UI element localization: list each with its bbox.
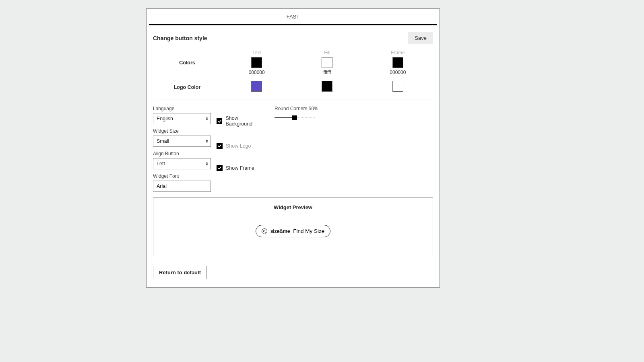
color-fill-swatch[interactable] [322, 57, 332, 68]
widget-cta-text: Find My Size [293, 228, 324, 234]
widget-preview-button[interactable]: size&me Find My Size [256, 225, 331, 237]
widget-preview-title: Widget Preview [153, 204, 433, 210]
color-fill-label: Fill [292, 50, 362, 56]
tab-fast[interactable]: FAST [147, 9, 440, 24]
logo-color-1-swatch[interactable] [251, 81, 262, 92]
color-frame-cell: Frame 000000 [363, 50, 433, 75]
logo-color-3-cell [363, 81, 433, 93]
page-title: Change button style [153, 35, 207, 41]
check-icon [217, 119, 222, 123]
language-value: English [157, 116, 173, 121]
header-row: Change button style Save [153, 32, 433, 44]
logo-color-2-cell [292, 81, 362, 93]
show-logo-row: Show Logo [217, 143, 265, 149]
round-corners-slider[interactable] [275, 115, 315, 121]
color-frame-label: Frame [363, 50, 433, 56]
panel-content: Change button style Save Colors Text 000… [147, 25, 440, 287]
show-background-label: Show Background [225, 115, 265, 127]
logo-color-2-swatch[interactable] [322, 81, 332, 92]
color-fill-cell: Fill ffffff [292, 50, 362, 75]
select-arrows-icon [205, 117, 208, 121]
font-field: Widget Font [153, 173, 211, 192]
controls-mid-col: Show Background Show Logo Show Frame [217, 106, 265, 171]
language-field: Language English [153, 106, 211, 124]
color-text-swatch[interactable] [251, 57, 262, 68]
logo-color-3-swatch[interactable] [392, 81, 403, 92]
controls-row: Language English Widget Size Small Align… [153, 106, 433, 192]
controls-left-col: Language English Widget Size Small Align… [153, 106, 211, 192]
slider-rest [295, 117, 315, 118]
settings-panel: FAST Change button style Save Colors Tex… [146, 8, 440, 288]
select-arrows-icon [205, 162, 208, 166]
check-icon [217, 166, 222, 170]
return-to-default-button[interactable]: Return to default [153, 266, 207, 279]
slider-fill [275, 117, 295, 118]
align-value: Left [157, 161, 165, 167]
color-text-cell: Text 000000 [221, 50, 292, 75]
color-frame-hex: 000000 [363, 70, 433, 75]
sizeandme-logo-icon [262, 228, 267, 234]
color-frame-swatch[interactable] [392, 57, 403, 68]
color-fill-hex: ffffff [292, 70, 362, 75]
widget-size-field: Widget Size Small [153, 128, 211, 147]
show-background-row: Show Background [217, 115, 265, 127]
show-frame-label: Show Frame [226, 165, 254, 171]
controls-right-col: Round Corners 50% [275, 106, 318, 121]
language-label: Language [153, 106, 211, 111]
show-logo-checkbox[interactable] [217, 143, 223, 149]
save-button[interactable]: Save [408, 32, 433, 44]
round-corners-label: Round Corners 50% [275, 106, 318, 111]
sizeandme-logo-text: size&me [270, 228, 290, 234]
widget-size-value: Small [157, 138, 169, 144]
align-field: Align Button Left [153, 151, 211, 169]
widget-preview-box: Widget Preview size&me Find My Size [153, 197, 433, 256]
show-frame-checkbox[interactable] [217, 165, 223, 171]
show-frame-row: Show Frame [217, 165, 265, 171]
show-background-checkbox[interactable] [217, 118, 222, 124]
check-icon [217, 144, 222, 148]
show-logo-label: Show Logo [226, 143, 251, 149]
tab-label: FAST [287, 14, 300, 20]
logo-color-1-cell [221, 81, 292, 93]
divider [153, 99, 433, 99]
color-text-hex: 000000 [221, 70, 292, 75]
widget-size-label: Widget Size [153, 128, 211, 134]
colors-row-label: Colors [153, 60, 221, 66]
select-arrows-icon [205, 140, 208, 143]
color-text-label: Text [221, 50, 292, 56]
widget-size-select[interactable]: Small [153, 136, 211, 147]
slider-thumb[interactable] [292, 115, 297, 120]
language-select[interactable]: English [153, 113, 211, 124]
font-input[interactable] [153, 181, 211, 192]
align-select[interactable]: Left [153, 158, 211, 169]
logo-color-row-label: Logo Color [153, 84, 221, 90]
colors-grid: Colors Text 000000 Fill ffffff Frame 000… [153, 50, 433, 93]
align-label: Align Button [153, 151, 211, 156]
font-label: Widget Font [153, 173, 211, 179]
